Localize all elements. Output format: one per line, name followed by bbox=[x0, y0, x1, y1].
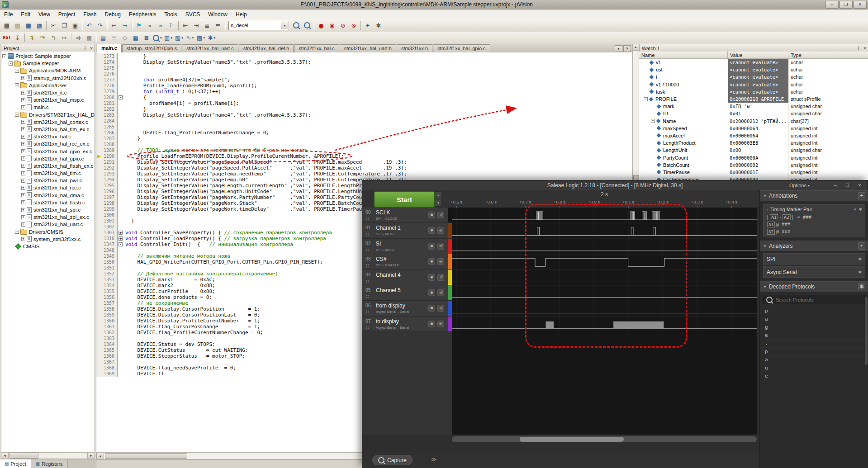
tab-close-icon[interactable]: ✕ bbox=[623, 45, 631, 52]
tree-item[interactable]: -Project: Sample stepper bbox=[1, 52, 95, 60]
expand-box-icon[interactable]: + bbox=[21, 164, 25, 168]
watch-row[interactable]: task<cannot evaluate>uchar bbox=[639, 88, 868, 95]
tree-item[interactable]: +stm32f1xx_it.c bbox=[1, 89, 95, 96]
expand-box-icon[interactable]: + bbox=[21, 105, 25, 109]
channel-settings-gear-icon[interactable]: ✱ bbox=[428, 289, 435, 296]
menu-peripherals[interactable]: Peripherals bbox=[125, 10, 161, 19]
drag-handle-icon[interactable] bbox=[366, 311, 367, 312]
expand-box-icon[interactable]: + bbox=[21, 98, 25, 102]
tab-list-chevron-icon[interactable]: ▾ bbox=[615, 45, 622, 52]
reset-cpu-button[interactable]: RST bbox=[1, 33, 12, 43]
code-text[interactable]: } bbox=[124, 136, 633, 142]
watch-row[interactable]: +Name0x20000212 "рТГЖЙ...char[37] bbox=[639, 118, 868, 125]
tree-item[interactable]: +stm32f1xx_hal_tim.c bbox=[1, 170, 95, 177]
registers-window-button[interactable]: ▦ bbox=[130, 33, 141, 43]
editor-tab-stm32f1xx_hal_uart.h[interactable]: stm32f1xx_hal_uart.h bbox=[340, 44, 396, 52]
expand-box-icon[interactable]: + bbox=[21, 237, 25, 241]
code-text[interactable]: Display_SetStringValue("name4","txt" ,pr… bbox=[124, 112, 633, 118]
unindent-button[interactable]: ⇤ bbox=[180, 20, 191, 30]
close-button[interactable]: ✕ bbox=[854, 1, 867, 9]
find-button[interactable] bbox=[302, 20, 313, 30]
watch-row[interactable]: maxSpeed0x00000064unsigned int bbox=[639, 125, 868, 132]
tree-item[interactable]: -Application/User bbox=[1, 82, 95, 89]
tree-item[interactable]: +stm32f1xx_hal.c bbox=[1, 133, 95, 140]
bookmark-next-button[interactable]: » bbox=[155, 20, 166, 30]
menu-help[interactable]: Help bbox=[232, 10, 251, 19]
watch-row[interactable]: LengthProduct0x000003E8unsigned int bbox=[639, 139, 868, 147]
scroll-right-icon[interactable]: ► bbox=[87, 453, 95, 459]
channel-trigger-button[interactable]: +f bbox=[437, 212, 444, 218]
fold-open-icon[interactable]: - bbox=[119, 242, 123, 246]
pin-icon[interactable]: ↧ bbox=[855, 45, 862, 51]
code-text[interactable]: Display_SetIntegerValue("pageSpeed.PullA… bbox=[124, 165, 633, 171]
tree-item[interactable]: +stm32f1xx_hal_flash.c bbox=[1, 199, 95, 206]
code-text[interactable]: } bbox=[124, 106, 633, 112]
watch-windows-button[interactable]: ▾ bbox=[152, 33, 163, 43]
protocol-search-box[interactable] bbox=[763, 295, 865, 304]
channel-settings-gear-icon[interactable]: ✱ bbox=[428, 212, 435, 218]
expand-box-icon[interactable]: + bbox=[21, 186, 25, 190]
watch-row[interactable]: -PROFILE0x20000210 &PROFILEstruct sProfi… bbox=[639, 95, 868, 103]
search-protocols-input[interactable] bbox=[775, 297, 854, 303]
add-annotation-button[interactable]: + bbox=[858, 192, 865, 199]
close-icon[interactable]: ✕ bbox=[862, 45, 868, 51]
channel-trigger-button[interactable]: +f bbox=[437, 243, 444, 250]
scroll-left-icon[interactable]: ◄ bbox=[1, 453, 9, 459]
drag-handle-icon[interactable] bbox=[366, 295, 367, 296]
channel-row-06[interactable]: 06from displayAsync Serial - Serial✱+f bbox=[362, 301, 452, 316]
code-text[interactable]: char profName4[37]="sample1"; bbox=[124, 77, 633, 83]
jump-forward-button[interactable]: → bbox=[119, 20, 130, 30]
run-to-cursor-button[interactable]: ↦ bbox=[59, 33, 70, 43]
drag-handle-icon[interactable] bbox=[366, 326, 367, 327]
tree-item[interactable]: CMSIS bbox=[1, 243, 95, 250]
watch-column-header-type[interactable]: Type bbox=[788, 52, 868, 59]
project-horizontal-scrollbar[interactable]: ◄ ► bbox=[1, 452, 95, 459]
disable-all-breakpoints-button[interactable]: ⊘ bbox=[337, 20, 348, 30]
code-text[interactable]: Profile_LoadFromEEPROM(DEVICE.Display.Pr… bbox=[124, 153, 633, 159]
channel-settings-gear-icon[interactable]: ✱ bbox=[428, 274, 435, 281]
expand-box-icon[interactable]: + bbox=[21, 91, 25, 95]
tree-item[interactable]: +stm32f1xx_hal_tim_ex.c bbox=[1, 126, 95, 133]
disassembly-window-button[interactable]: ≡ bbox=[109, 33, 119, 43]
editor-tab-stm32f1xx_hal_gpio.c[interactable]: stm32f1xx_hal_gpio.c bbox=[433, 44, 490, 52]
channel-settings-gear-icon[interactable]: ✱ bbox=[428, 321, 435, 327]
watch-row[interactable]: BatchCount0x00000002unsigned int bbox=[639, 161, 868, 169]
menu-svcs[interactable]: SVCS bbox=[181, 10, 204, 19]
tree-item[interactable]: +main.c bbox=[1, 104, 95, 111]
fold-open-icon[interactable]: - bbox=[119, 95, 123, 99]
menu-flash[interactable]: Flash bbox=[79, 10, 100, 19]
spinner-down-icon[interactable]: ▼ bbox=[435, 199, 442, 207]
sidebar-scrollbar-thumb[interactable] bbox=[865, 297, 868, 365]
serial-windows-button[interactable]: ▧▾ bbox=[174, 33, 185, 43]
analysis-windows-button[interactable]: ∿▾ bbox=[185, 33, 195, 43]
channel-trigger-button[interactable]: +f bbox=[437, 305, 444, 312]
uncomment-selection-button[interactable]: ≡ bbox=[213, 20, 223, 30]
options-for-target-button[interactable]: ✦ bbox=[362, 20, 373, 30]
channel-trigger-button[interactable]: +f bbox=[437, 258, 444, 265]
code-text[interactable]: // TODO: нужно потом это исключить что-б… bbox=[124, 147, 633, 153]
add-analyzer-button[interactable]: + bbox=[858, 242, 865, 250]
menu-tools[interactable]: Tools bbox=[161, 10, 181, 19]
tree-item[interactable]: +stm32f1xx_hal_spi_ex.c bbox=[1, 213, 95, 221]
code-text[interactable]: { bbox=[124, 95, 633, 100]
watch-row[interactable]: maxAccel0x00000064unsigned int bbox=[639, 132, 868, 139]
tree-item[interactable]: +stm32f1xx_hal_gpio.c bbox=[1, 155, 95, 162]
menu-window[interactable]: Window bbox=[204, 10, 232, 19]
panel-tab-project[interactable]: ▤Project bbox=[0, 459, 31, 468]
minimize-button[interactable]: ─ bbox=[825, 1, 839, 9]
call-stack-window-button[interactable]: ≣ bbox=[141, 33, 152, 43]
tree-item[interactable]: +stm32f1xx_hal_msp.c bbox=[1, 96, 95, 104]
tree-item[interactable]: +stm32f1xx_hal_rcc.c bbox=[1, 184, 95, 191]
symbols-window-button[interactable]: ◇ bbox=[119, 33, 130, 43]
indent-button[interactable]: ⇥ bbox=[191, 20, 202, 30]
menu-debug[interactable]: Debug bbox=[101, 10, 125, 19]
tree-item[interactable]: -Application/MDK-ARM bbox=[1, 67, 95, 74]
expand-box-icon[interactable]: + bbox=[21, 193, 25, 197]
undo-button[interactable]: ↶ bbox=[84, 20, 95, 30]
capture-more-icon[interactable]: ≫ bbox=[431, 456, 437, 463]
editor-tab-stm32f1xx_hal_uart.c[interactable]: stm32f1xx_hal_uart.c bbox=[182, 44, 238, 52]
scroll-up-icon[interactable]: ▲ bbox=[633, 44, 639, 51]
editor-tab-startup_stm32f103xb.s[interactable]: startup_stm32f103xb.s bbox=[122, 44, 181, 52]
expand-box-icon[interactable]: + bbox=[21, 76, 25, 80]
editor-tab-main.c[interactable]: main.c bbox=[97, 44, 122, 52]
